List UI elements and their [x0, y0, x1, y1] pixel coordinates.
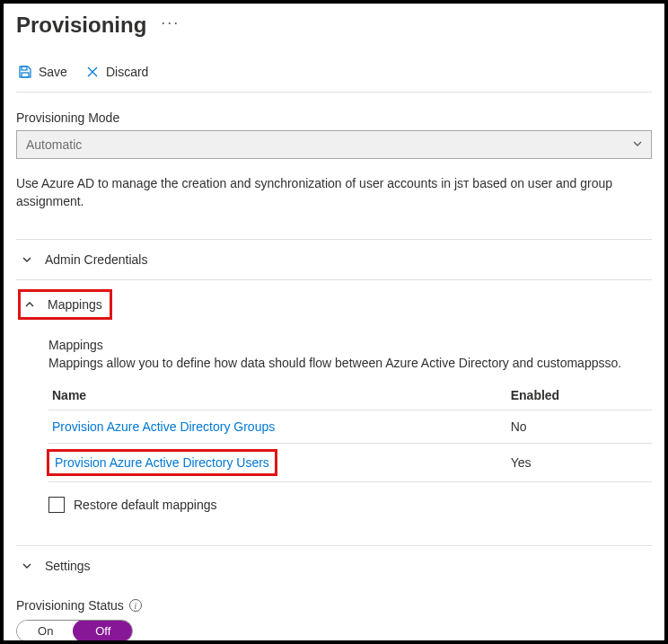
- status-row: Provisioning Status i: [16, 598, 652, 613]
- table-row: Provision Azure Active Directory Users Y…: [48, 444, 652, 482]
- mapping-link-groups[interactable]: Provision Azure Active Directory Groups: [52, 419, 275, 434]
- section-mappings-header[interactable]: Mappings: [18, 289, 112, 320]
- close-icon: [85, 65, 100, 79]
- mappings-heading: Mappings: [48, 338, 652, 352]
- info-icon[interactable]: i: [129, 599, 142, 612]
- section-admin-header[interactable]: Admin Credentials: [16, 240, 652, 279]
- enabled-value: Yes: [507, 444, 652, 482]
- more-icon[interactable]: ···: [161, 14, 180, 36]
- chevron-up-icon: [24, 299, 35, 310]
- mode-description: Use Azure AD to manage the creation and …: [16, 175, 652, 210]
- page-title: Provisioning: [16, 13, 146, 38]
- section-admin-title: Admin Credentials: [45, 252, 147, 267]
- restore-mappings-checkbox[interactable]: [48, 497, 65, 513]
- svg-rect-0: [22, 66, 27, 70]
- mappings-content: Mappings Mappings allow you to define ho…: [16, 329, 652, 531]
- toolbar: Save Discard: [16, 59, 652, 93]
- chevron-down-icon: [22, 560, 32, 571]
- discard-label: Discard: [106, 65, 148, 79]
- restore-mappings-label: Restore default mappings: [74, 498, 217, 512]
- section-settings: Settings: [16, 545, 652, 586]
- section-admin-credentials: Admin Credentials: [16, 239, 652, 279]
- mappings-table: Name Enabled Provision Azure Active Dire…: [48, 381, 652, 482]
- chevron-down-icon: [22, 254, 32, 265]
- save-button[interactable]: Save: [18, 65, 67, 79]
- mode-select-wrap: [16, 130, 652, 159]
- section-mappings-title: Mappings: [48, 297, 102, 312]
- status-toggle[interactable]: On Off: [16, 620, 133, 642]
- mode-select[interactable]: [16, 130, 652, 159]
- page-header: Provisioning ···: [16, 13, 652, 38]
- svg-rect-1: [22, 73, 29, 77]
- col-enabled: Enabled: [507, 381, 652, 410]
- enabled-value: No: [507, 410, 652, 444]
- mapping-link-users[interactable]: Provision Azure Active Directory Users: [55, 455, 269, 470]
- section-settings-header[interactable]: Settings: [16, 546, 652, 586]
- mode-label: Provisioning Mode: [16, 110, 652, 125]
- col-name: Name: [48, 381, 507, 410]
- toggle-off[interactable]: Off: [73, 620, 133, 642]
- toggle-on[interactable]: On: [17, 621, 74, 641]
- mappings-description: Mappings allow you to define how data sh…: [48, 356, 652, 370]
- restore-mappings-row: Restore default mappings: [48, 497, 652, 513]
- save-icon: [18, 65, 32, 79]
- table-row: Provision Azure Active Directory Groups …: [48, 410, 652, 444]
- discard-button[interactable]: Discard: [85, 65, 148, 79]
- save-label: Save: [39, 65, 67, 79]
- section-mappings: Mappings Mappings Mappings allow you to …: [16, 279, 652, 531]
- section-settings-title: Settings: [45, 559, 91, 573]
- status-label: Provisioning Status: [16, 598, 124, 613]
